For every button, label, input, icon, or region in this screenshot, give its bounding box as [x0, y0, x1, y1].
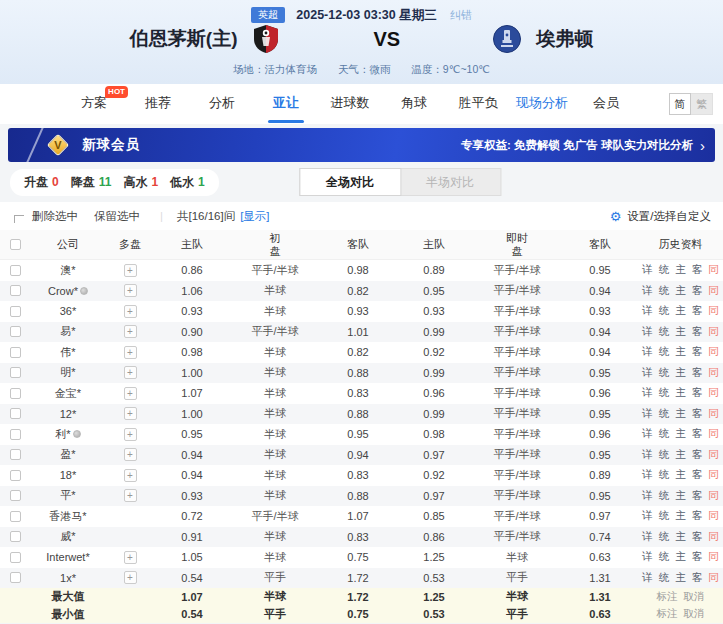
expand-multi-odds-button[interactable]: + — [124, 489, 137, 502]
company-name[interactable]: 平* — [60, 488, 75, 503]
correction-link[interactable]: 纠错 — [450, 9, 472, 21]
nav-item-2[interactable]: 分析 — [190, 84, 254, 124]
lang-simplified-button[interactable]: 简 — [669, 93, 691, 115]
history-away-link[interactable]: 客 — [692, 325, 703, 339]
history-stats-link[interactable]: 统 — [659, 345, 670, 359]
history-detail-link[interactable]: 详 — [642, 284, 653, 298]
history-detail-link[interactable]: 详 — [642, 366, 653, 380]
expand-multi-odds-button[interactable]: + — [124, 469, 137, 482]
show-link[interactable]: [显示] — [240, 209, 269, 224]
history-home-link[interactable]: 主 — [675, 345, 686, 359]
row-checkbox[interactable] — [10, 429, 21, 440]
company-name[interactable]: 36* — [60, 305, 77, 317]
history-detail-link[interactable]: 详 — [642, 386, 653, 400]
company-name[interactable]: 明* — [60, 365, 75, 380]
history-same-link[interactable]: 同 — [708, 509, 719, 523]
history-same-link[interactable]: 同 — [708, 386, 719, 400]
company-name[interactable]: Interwet* — [46, 551, 89, 563]
cancel-link[interactable]: 取消 — [684, 590, 705, 604]
history-home-link[interactable]: 主 — [675, 284, 686, 298]
history-stats-link[interactable]: 统 — [659, 427, 670, 441]
history-same-link[interactable]: 同 — [708, 427, 719, 441]
history-detail-link[interactable]: 详 — [642, 550, 653, 564]
company-name[interactable]: 伟* — [60, 345, 75, 360]
row-checkbox[interactable] — [10, 347, 21, 358]
history-detail-link[interactable]: 详 — [642, 407, 653, 421]
nav-item-7[interactable]: 现场分析 — [510, 84, 574, 124]
history-detail-link[interactable]: 详 — [642, 263, 653, 277]
history-same-link[interactable]: 同 — [708, 489, 719, 503]
row-checkbox[interactable] — [10, 326, 21, 337]
history-away-link[interactable]: 客 — [692, 468, 703, 482]
history-detail-link[interactable]: 详 — [642, 427, 653, 441]
expand-multi-odds-button[interactable]: + — [124, 387, 137, 400]
expand-multi-odds-button[interactable]: + — [124, 571, 137, 584]
company-name[interactable]: 1x* — [60, 572, 76, 584]
expand-multi-odds-button[interactable]: + — [124, 407, 137, 420]
history-home-link[interactable]: 主 — [675, 407, 686, 421]
history-same-link[interactable]: 同 — [708, 284, 719, 298]
history-detail-link[interactable]: 详 — [642, 530, 653, 544]
history-stats-link[interactable]: 统 — [659, 325, 670, 339]
history-away-link[interactable]: 客 — [692, 550, 703, 564]
history-detail-link[interactable]: 详 — [642, 345, 653, 359]
history-home-link[interactable]: 主 — [675, 530, 686, 544]
history-same-link[interactable]: 同 — [708, 263, 719, 277]
mark-link[interactable]: 标注 — [657, 607, 678, 621]
row-checkbox[interactable] — [10, 285, 21, 296]
history-away-link[interactable]: 客 — [692, 345, 703, 359]
expand-multi-odds-button[interactable]: + — [124, 325, 137, 338]
history-stats-link[interactable]: 统 — [659, 530, 670, 544]
history-detail-link[interactable]: 详 — [642, 571, 653, 585]
history-same-link[interactable]: 同 — [708, 345, 719, 359]
history-stats-link[interactable]: 统 — [659, 489, 670, 503]
nav-item-8[interactable]: 会员 — [574, 84, 638, 124]
history-same-link[interactable]: 同 — [708, 530, 719, 544]
history-same-link[interactable]: 同 — [708, 448, 719, 462]
history-same-link[interactable]: 同 — [708, 550, 719, 564]
row-checkbox[interactable] — [10, 511, 21, 522]
history-away-link[interactable]: 客 — [692, 284, 703, 298]
history-home-link[interactable]: 主 — [675, 448, 686, 462]
row-checkbox[interactable] — [10, 490, 21, 501]
company-name[interactable]: 易* — [60, 324, 75, 339]
history-same-link[interactable]: 同 — [708, 366, 719, 380]
history-same-link[interactable]: 同 — [708, 571, 719, 585]
history-home-link[interactable]: 主 — [675, 386, 686, 400]
history-away-link[interactable]: 客 — [692, 448, 703, 462]
history-away-link[interactable]: 客 — [692, 407, 703, 421]
history-home-link[interactable]: 主 — [675, 509, 686, 523]
row-checkbox[interactable] — [10, 367, 21, 378]
history-same-link[interactable]: 同 — [708, 325, 719, 339]
expand-multi-odds-button[interactable]: + — [124, 428, 137, 441]
vip-banner[interactable]: V 新球会员 专享权益: 免费解锁 免广告 球队实力对比分析 › — [8, 128, 715, 162]
expand-multi-odds-button[interactable]: + — [124, 551, 137, 564]
row-checkbox[interactable] — [10, 388, 21, 399]
settings-link[interactable]: 设置/选择自定义 — [627, 209, 711, 224]
expand-multi-odds-button[interactable]: + — [124, 346, 137, 359]
history-stats-link[interactable]: 统 — [659, 571, 670, 585]
history-home-link[interactable]: 主 — [675, 263, 686, 277]
nav-item-4[interactable]: 进球数 — [318, 84, 382, 124]
delete-selected-button[interactable]: 删除选中 — [32, 209, 78, 224]
expand-multi-odds-button[interactable]: + — [124, 305, 137, 318]
history-stats-link[interactable]: 统 — [659, 407, 670, 421]
history-home-link[interactable]: 主 — [675, 550, 686, 564]
history-stats-link[interactable]: 统 — [659, 284, 670, 298]
row-checkbox[interactable] — [10, 306, 21, 317]
history-away-link[interactable]: 客 — [692, 366, 703, 380]
history-home-link[interactable]: 主 — [675, 427, 686, 441]
company-name[interactable]: 金宝* — [55, 386, 81, 401]
expand-multi-odds-button[interactable]: + — [124, 448, 137, 461]
row-checkbox[interactable] — [10, 449, 21, 460]
history-away-link[interactable]: 客 — [692, 386, 703, 400]
company-name[interactable]: 12* — [60, 408, 77, 420]
history-same-link[interactable]: 同 — [708, 468, 719, 482]
history-stats-link[interactable]: 统 — [659, 263, 670, 277]
row-checkbox[interactable] — [10, 408, 21, 419]
expand-multi-odds-button[interactable]: + — [124, 284, 137, 297]
history-detail-link[interactable]: 详 — [642, 509, 653, 523]
keep-selected-button[interactable]: 保留选中 — [94, 209, 140, 224]
history-away-link[interactable]: 客 — [692, 427, 703, 441]
row-checkbox[interactable] — [10, 470, 21, 481]
